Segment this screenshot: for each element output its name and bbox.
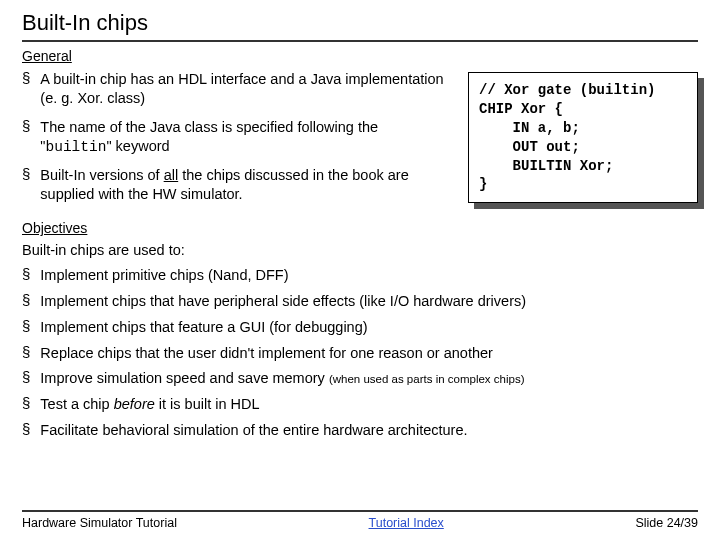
bullet-icon: § — [22, 344, 30, 361]
objectives-heading: Objectives — [22, 220, 698, 236]
objectives-list: § Implement primitive chips (Nand, DFF) … — [22, 266, 698, 440]
bullet-icon: § — [22, 292, 30, 309]
bullet-icon: § — [22, 118, 30, 135]
footer: Hardware Simulator Tutorial Tutorial Ind… — [22, 510, 698, 530]
footer-left: Hardware Simulator Tutorial — [22, 516, 177, 530]
list-text: Test a chip before it is built in HDL — [40, 395, 259, 414]
slide-title: Built-In chips — [22, 10, 698, 42]
list-text: Replace chips that the user didn't imple… — [40, 344, 493, 363]
code-content: // Xor gate (builtin) CHIP Xor { IN a, b… — [468, 72, 698, 203]
bullet-icon: § — [22, 70, 30, 87]
code-line: OUT out; — [479, 139, 580, 155]
text-frag: Built-In versions of — [40, 167, 163, 183]
small-frag: (when used as parts in complex chips) — [329, 373, 525, 385]
code-line: BUILTIN Xor; — [479, 158, 613, 174]
list-item: § Implement chips that feature a GUI (fo… — [22, 318, 698, 337]
italic-frag: before — [114, 396, 155, 412]
bullet-icon: § — [22, 318, 30, 335]
list-text: Implement primitive chips (Nand, DFF) — [40, 266, 288, 285]
list-text: Built-In versions of all the chips discu… — [40, 166, 450, 204]
text-frag: Test a chip — [40, 396, 113, 412]
list-item: § Built-In versions of all the chips dis… — [22, 166, 450, 204]
bullet-icon: § — [22, 395, 30, 412]
list-item: § The name of the Java class is specifie… — [22, 118, 450, 157]
list-text: The name of the Java class is specified … — [40, 118, 450, 157]
general-heading: General — [22, 48, 698, 64]
code-line: // Xor gate (builtin) — [479, 82, 655, 98]
list-text: Implement chips that feature a GUI (for … — [40, 318, 367, 337]
code-line: } — [479, 176, 487, 192]
text-frag: it is built in HDL — [155, 396, 260, 412]
list-item: § Test a chip before it is built in HDL — [22, 395, 698, 414]
list-text: Improve simulation speed and save memory… — [40, 369, 524, 388]
bullet-icon: § — [22, 369, 30, 386]
bullet-icon: § — [22, 421, 30, 438]
list-item: § Facilitate behavioral simulation of th… — [22, 421, 698, 440]
list-item: § Improve simulation speed and save memo… — [22, 369, 698, 388]
list-text: A built-in chip has an HDL interface and… — [40, 70, 450, 108]
code-block: // Xor gate (builtin) CHIP Xor { IN a, b… — [468, 72, 698, 203]
list-text: Implement chips that have peripheral sid… — [40, 292, 526, 311]
bullet-icon: § — [22, 266, 30, 283]
list-text: Facilitate behavioral simulation of the … — [40, 421, 467, 440]
text-frag: " keyword — [106, 138, 169, 154]
bullet-icon: § — [22, 166, 30, 183]
list-item: § Replace chips that the user didn't imp… — [22, 344, 698, 363]
objectives-intro: Built-in chips are used to: — [22, 242, 698, 258]
tutorial-index-link[interactable]: Tutorial Index — [369, 516, 444, 530]
general-list: § A built-in chip has an HDL interface a… — [22, 70, 450, 204]
code-frag: builtin — [46, 139, 107, 155]
underline-frag: all — [164, 167, 179, 183]
list-item: § Implement chips that have peripheral s… — [22, 292, 698, 311]
code-line: CHIP Xor { — [479, 101, 563, 117]
list-item: § Implement primitive chips (Nand, DFF) — [22, 266, 698, 285]
text-frag: Improve simulation speed and save memory — [40, 370, 329, 386]
slide-counter: Slide 24/39 — [635, 516, 698, 530]
list-item: § A built-in chip has an HDL interface a… — [22, 70, 450, 108]
code-line: IN a, b; — [479, 120, 580, 136]
